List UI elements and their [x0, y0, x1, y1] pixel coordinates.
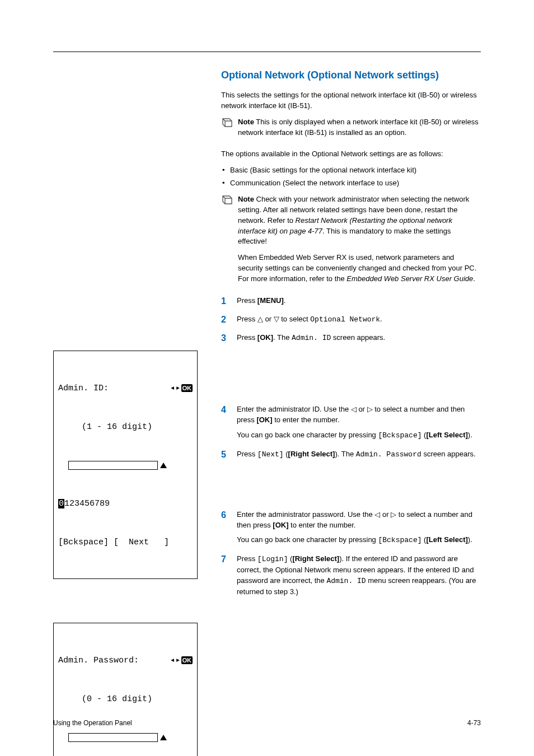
step-5: 5 Press [Next] ([Right Select]). The Adm… [221, 449, 481, 465]
note-block-2: Note Check with your network administrat… [221, 194, 481, 290]
options-intro: The options available in the Optional Ne… [221, 149, 481, 160]
lcd2-input-box [68, 733, 158, 742]
triangle-left-icon: ◁ [374, 510, 380, 519]
lcd1-softkeys: [Bckspace] [ Next ] [58, 536, 193, 549]
caret-up-icon [160, 735, 167, 740]
note1-text: This is only displayed when a network in… [238, 118, 479, 137]
note-block-1: Note This is only displayed when a netwo… [221, 117, 481, 144]
lcd-admin-id: Admin. ID: ◂▸OK (1 - 16 digit) 012345678… [53, 351, 198, 579]
bullet-1: Basic (Basic settings for the optional n… [222, 165, 481, 176]
lcd2-icons: ◂▸OK [170, 654, 193, 667]
triangle-right-icon: ▷ [391, 510, 396, 519]
lcd1-digits: 0123456789 [58, 497, 193, 510]
page-footer: Using the Operation Panel 4-73 [53, 718, 481, 728]
triangle-right-icon: ▷ [367, 405, 373, 413]
options-list: Basic (Basic settings for the optional n… [221, 165, 481, 189]
lcd2-input-row [58, 733, 193, 742]
caret-up-icon [160, 463, 167, 468]
lcd1-input-row [58, 461, 193, 470]
step-7: 7 Press [Login] ([Right Select]). If the… [221, 554, 481, 601]
step-1: 1 Press [MENU]. [221, 296, 481, 311]
footer-right: 4-73 [467, 718, 481, 728]
note1-label: Note [238, 118, 254, 126]
lcd1-hint: (1 - 16 digit) [58, 421, 193, 433]
step-4: 4 Enter the administrator ID. Use the ◁ … [221, 404, 481, 446]
note-icon [221, 117, 233, 144]
triangle-up-icon: △ [257, 315, 263, 323]
lcd2-title: Admin. Password: [58, 654, 139, 667]
lcd2-hint: (0 - 16 digit) [58, 693, 193, 706]
note2-label: Note [238, 195, 254, 203]
triangle-left-icon: ◁ [351, 405, 357, 413]
lcd1-input-box [68, 461, 158, 470]
bullet-2: Communication (Select the network interf… [222, 178, 481, 189]
note-icon [221, 194, 233, 290]
page-title: Optional Network (Optional Network setti… [221, 68, 481, 82]
step-2: 2 Press △ or ▽ to select Optional Networ… [221, 314, 481, 330]
intro-text: This selects the settings for the option… [221, 90, 481, 111]
lcd1-icons: ◂▸OK [170, 382, 193, 395]
step-6: 6 Enter the administrator password. Use … [221, 510, 481, 551]
step-3: 3 Press [OK]. The Admin. ID screen appea… [221, 333, 481, 348]
lcd-admin-password: Admin. Password: ◂▸OK (0 - 16 digit) 012… [53, 623, 198, 756]
lcd1-title: Admin. ID: [58, 382, 109, 395]
footer-left: Using the Operation Panel [53, 718, 132, 728]
triangle-down-icon: ▽ [274, 315, 279, 323]
